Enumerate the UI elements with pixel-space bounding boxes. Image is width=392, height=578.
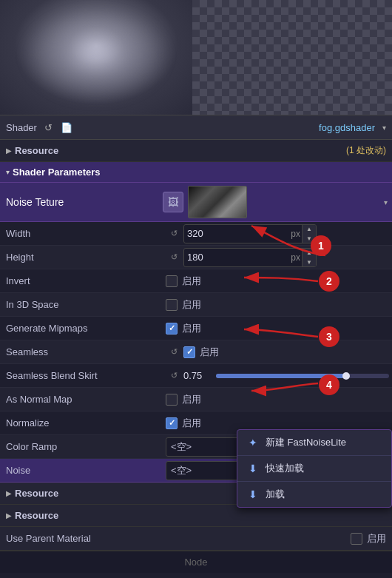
resource-row-bottom: ▶ Resource [0, 505, 392, 527]
badge-1: 1 [311, 235, 331, 256]
slider-fill-6 [216, 374, 346, 378]
prop-value-col-8: 启用 [163, 417, 392, 430]
resource-status: (1 处改动) [346, 144, 386, 157]
popup-icon-1: ⬇ [246, 462, 260, 475]
number-input-1[interactable]: 180 px ▲ ▼ [183, 248, 317, 267]
params-label: Shader Parameters [13, 167, 101, 178]
cb-label-8: 启用 [182, 417, 201, 430]
texture-dropdown-arrow[interactable]: ▾ [384, 198, 392, 206]
shader-preview [0, 0, 392, 115]
reset-icon-5[interactable]: ↺ [166, 344, 182, 360]
resource-expand-icon[interactable]: ▶ [6, 147, 12, 155]
num-unit-1: px [289, 252, 302, 263]
checkbox-2[interactable] [166, 275, 178, 287]
checkbox-wrap-4: 启用 [166, 322, 201, 335]
number-input-0[interactable]: 320 px ▲ ▼ [183, 224, 317, 243]
spin-up-0[interactable]: ▲ [303, 224, 316, 234]
slider-track-6[interactable] [216, 374, 389, 378]
use-parent-cb-label: 启用 [367, 532, 386, 545]
use-parent-row: Use Parent Material 启用 [0, 527, 392, 551]
shader-row: Shader ↺ 📄 fog.gdshader ▾ [0, 115, 392, 140]
slider-value-6: 0.75 [183, 370, 212, 381]
reset-icon-1[interactable]: ↺ [166, 249, 182, 266]
node-area: Node [0, 551, 392, 573]
shader-params-header: ▾ Shader Parameters [0, 162, 392, 183]
popup-icon-2: ⬇ [246, 488, 260, 501]
prop-label-1: Height [0, 252, 163, 263]
checkbox-wrap-3: 启用 [166, 298, 201, 312]
resource-mid-expand[interactable]: ▶ [6, 489, 12, 497]
shader-icons: ↺ 📄 [41, 120, 74, 135]
reset-icon-0[interactable]: ↺ [166, 226, 182, 242]
shader-filename[interactable]: fog.gdshader [229, 122, 375, 133]
resource-bottom-expand[interactable]: ▶ [6, 511, 12, 520]
prop-label-3: In 3D Space [0, 299, 163, 310]
noise-texture-label: Noise Teture [0, 196, 163, 208]
cb-label-3: 启用 [182, 298, 201, 312]
params-expand-icon[interactable]: ▾ [6, 168, 10, 176]
popup-label-0: 新建 FastNoiseLite [266, 436, 346, 449]
resource-label-bottom: Resource [15, 510, 58, 521]
cb-label-2: 启用 [182, 275, 201, 288]
checkbox-4[interactable] [166, 323, 178, 335]
texture-icon[interactable]: 🖼 [163, 192, 183, 212]
prop-label-2: Invert [0, 275, 163, 286]
popup-label-1: 快速加载 [266, 462, 304, 475]
prop-label-9: Color Ramp [0, 441, 163, 452]
prop-value-col-3: 启用 [163, 298, 392, 312]
node-label: Node [184, 557, 207, 568]
main-container: Shader ↺ 📄 fog.gdshader ▾ ▶ Resource (1 … [0, 0, 392, 578]
shader-dropdown-arrow[interactable]: ▾ [382, 124, 386, 132]
prop-label-8: Normalize [0, 417, 163, 429]
prop-label-7: As Normal Map [0, 394, 163, 405]
shader-reset-icon[interactable]: ↺ [41, 120, 56, 135]
resource-row-top: ▶ Resource (1 处改动) [0, 140, 392, 162]
resource-label-mid: Resource [15, 488, 58, 499]
noise-texture-value: 🖼 ▾ [163, 186, 392, 218]
checkbox-wrap-2: 启用 [166, 275, 201, 288]
prop-row-generate-mipmaps: Generate Mipmaps 启用 [0, 317, 392, 340]
prop-row-seamless: Seamless ↺ 启用 [0, 340, 392, 364]
checkbox-8[interactable] [166, 417, 178, 429]
popup-item-1[interactable]: ⬇ 快速加载 [237, 456, 391, 482]
prop-row-as-normal-map: As Normal Map 启用 [0, 388, 392, 411]
prop-row-seamless-blend-skirt: Seamless Blend Skirt ↺ 0.75 [0, 364, 392, 388]
prop-label-0: Width [0, 228, 163, 239]
prop-row-in-3d-space: In 3D Space 启用 [0, 293, 392, 317]
prop-row-width: Width ↺ 320 px ▲ ▼ [0, 222, 392, 246]
checkbox-wrap-8: 启用 [166, 417, 201, 430]
prop-value-col-4: 启用 [163, 322, 392, 335]
popup-icon-0: ✦ [246, 436, 260, 449]
num-unit-0: px [289, 229, 302, 239]
shader-label: Shader [6, 122, 37, 133]
slider-handle-6[interactable] [342, 372, 350, 380]
checkbox-5[interactable] [183, 346, 195, 358]
texture-thumbnail [188, 186, 247, 218]
num-value-1: 180 [184, 252, 289, 263]
prop-value-col-1: ↺ 180 px ▲ ▼ [163, 248, 392, 267]
cb-label-5: 启用 [200, 346, 219, 359]
popup-item-2[interactable]: ⬇ 加载 [237, 482, 391, 507]
prop-value-col-7: 启用 [163, 393, 392, 406]
use-parent-label: Use Parent Material [6, 533, 91, 544]
reset-icon-6[interactable]: ↺ [166, 368, 182, 384]
popup-dropdown[interactable]: ✦ 新建 FastNoiseLite ⬇ 快速加载 ⬇ 加载 [237, 429, 392, 508]
prop-label-6: Seamless Blend Skirt [0, 370, 163, 381]
shader-file-icon[interactable]: 📄 [59, 120, 74, 135]
prop-value-col-5: ↺ 启用 [163, 344, 392, 360]
prop-value-col-2: 启用 [163, 275, 392, 288]
checkbox-7[interactable] [166, 394, 178, 406]
noise-overlay [22, 7, 170, 104]
use-parent-checkbox[interactable] [351, 533, 362, 545]
cb-label-4: 启用 [182, 322, 201, 335]
noise-texture-row: Noise Teture 🖼 ▾ [0, 183, 392, 222]
checkbox-3[interactable] [166, 299, 178, 311]
popup-item-0[interactable]: ✦ 新建 FastNoiseLite [237, 430, 391, 456]
num-value-0: 320 [184, 228, 289, 239]
spin-down-1[interactable]: ▼ [303, 258, 316, 267]
checkerboard-bg [192, 0, 392, 115]
slider-wrap-6: 0.75 [183, 370, 389, 381]
prop-row-invert: Invert 启用 [0, 269, 392, 293]
resource-label-top: Resource [15, 145, 58, 156]
popup-label-2: 加载 [266, 488, 285, 501]
